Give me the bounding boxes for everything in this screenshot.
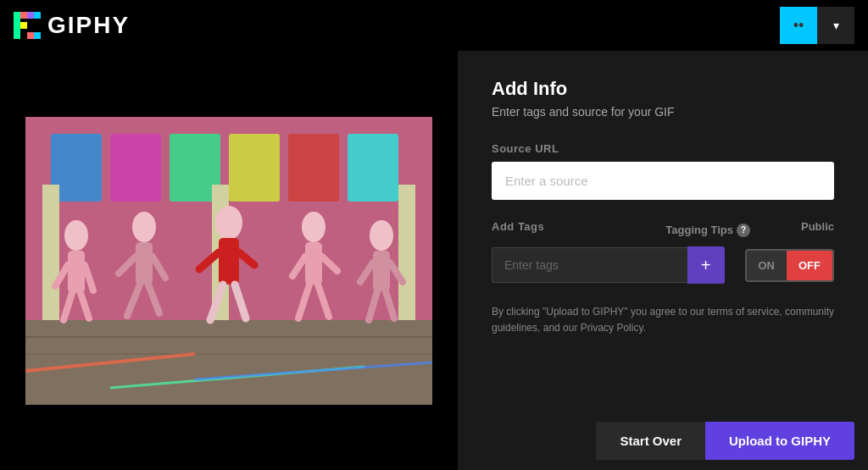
header: GIPHY •• ▾ — [0, 0, 868, 51]
gif-preview — [25, 117, 432, 405]
svg-point-20 — [64, 220, 88, 251]
start-over-button[interactable]: Start Over — [596, 422, 705, 460]
svg-rect-11 — [229, 134, 280, 202]
toggle-on-button[interactable]: ON — [747, 251, 787, 280]
svg-rect-45 — [373, 251, 390, 291]
panel-title: Add Info — [492, 78, 834, 100]
plus-icon: + — [701, 256, 711, 275]
tagging-tips-label: Tagging Tips ? — [665, 224, 750, 237]
public-label: Public — [801, 220, 834, 233]
tags-input-area: + — [492, 246, 725, 284]
svg-rect-0 — [14, 12, 20, 39]
svg-rect-12 — [288, 134, 339, 202]
source-url-label: Source URL — [492, 142, 834, 155]
svg-rect-1 — [20, 12, 27, 19]
add-tag-button[interactable]: + — [687, 246, 725, 284]
footer-buttons: Start Over Upload to GIPHY — [582, 412, 868, 470]
gif-preview-panel — [0, 51, 458, 470]
svg-point-32 — [215, 206, 242, 240]
svg-rect-3 — [34, 12, 41, 19]
tags-public-header: Add Tags Tagging Tips ? Public — [492, 220, 834, 240]
info-panel: Add Info Enter tags and source for your … — [458, 51, 868, 470]
public-toggle[interactable]: ON OFF — [745, 249, 835, 282]
giphy-logo-icon — [14, 12, 41, 39]
user-dropdown-button[interactable]: ▾ — [817, 7, 854, 44]
help-icon[interactable]: ? — [737, 224, 750, 237]
tags-toggle-row: + ON OFF — [492, 246, 834, 284]
svg-rect-19 — [398, 185, 415, 320]
panel-subtitle: Enter tags and source for your GIF — [492, 105, 834, 119]
svg-rect-17 — [42, 185, 59, 320]
chevron-down-icon: ▾ — [833, 19, 839, 32]
svg-point-26 — [132, 212, 156, 242]
svg-rect-39 — [305, 242, 322, 285]
svg-rect-33 — [219, 238, 239, 285]
svg-rect-5 — [27, 32, 34, 39]
svg-rect-4 — [20, 22, 27, 29]
svg-rect-21 — [68, 251, 85, 293]
source-url-input[interactable] — [492, 162, 834, 200]
tags-input[interactable] — [492, 247, 687, 283]
svg-rect-9 — [110, 134, 161, 202]
gif-image — [25, 117, 432, 405]
upload-button[interactable]: Upload to GIPHY — [705, 422, 854, 460]
svg-rect-14 — [25, 320, 432, 405]
svg-rect-2 — [27, 12, 34, 19]
svg-rect-27 — [136, 242, 153, 285]
svg-point-38 — [302, 212, 326, 242]
logo-text: GIPHY — [47, 12, 130, 39]
logo-area: GIPHY — [14, 12, 130, 39]
header-right: •• ▾ — [780, 7, 854, 44]
main-content: Add Info Enter tags and source for your … — [0, 51, 868, 470]
avatar-icon: •• — [793, 17, 804, 35]
avatar-button[interactable]: •• — [780, 7, 817, 44]
toggle-off-button[interactable]: OFF — [787, 251, 832, 280]
terms-text: By clicking "Upload to GIPHY" you agree … — [492, 304, 834, 336]
svg-rect-13 — [348, 134, 398, 202]
svg-rect-6 — [34, 32, 41, 39]
svg-point-44 — [370, 220, 393, 251]
add-tags-label: Add Tags — [492, 220, 544, 233]
